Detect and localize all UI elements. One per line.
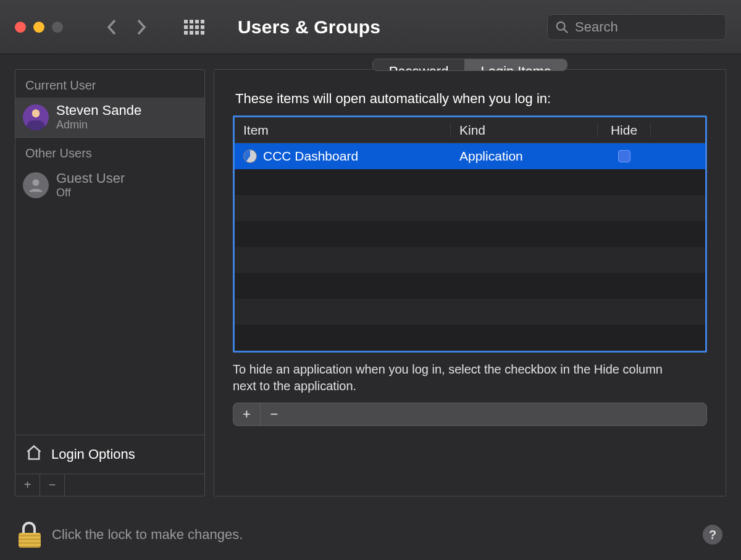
item-name: CCC Dashboard (263, 149, 358, 164)
sidebar-user-guest[interactable]: Guest User Off (15, 165, 204, 205)
table-header: Item Kind Hide (235, 117, 705, 143)
avatar (23, 104, 49, 130)
column-item[interactable]: Item (235, 123, 451, 138)
content: Current User Steven Sande Admin Other Us… (0, 54, 741, 511)
login-items-hint: To hide an application when you log in, … (214, 353, 684, 401)
remove-user-button[interactable]: − (40, 474, 65, 496)
user-sidebar: Current User Steven Sande Admin Other Us… (15, 69, 205, 496)
user-name: Guest User (56, 170, 125, 186)
lock-icon[interactable] (19, 522, 41, 548)
toolbar: Users & Groups Search (0, 0, 741, 54)
column-kind[interactable]: Kind (451, 123, 598, 138)
login-items-subtitle: These items will open automatically when… (214, 82, 726, 115)
search-icon (555, 20, 569, 34)
table-row[interactable] (235, 221, 705, 247)
svg-point-0 (557, 22, 565, 30)
tab-password[interactable]: Password (373, 59, 465, 70)
app-icon (243, 149, 257, 163)
sidebar-add-remove: + − (15, 474, 204, 496)
remove-login-item-button[interactable]: − (261, 403, 288, 425)
add-login-item-button[interactable]: + (233, 403, 261, 425)
other-users-header: Other Users (15, 138, 204, 165)
table-row[interactable] (235, 247, 705, 273)
search-input[interactable]: Search (547, 14, 726, 40)
help-button[interactable]: ? (703, 525, 722, 545)
svg-line-1 (564, 28, 567, 32)
minimize-window-button[interactable] (33, 22, 44, 33)
login-items-add-remove: + − (233, 403, 707, 426)
hide-checkbox[interactable] (618, 150, 630, 162)
table-row[interactable] (235, 169, 705, 195)
column-hide[interactable]: Hide (598, 123, 651, 138)
tab-login-items[interactable]: Login Items (464, 59, 567, 70)
user-role: Admin (56, 119, 141, 132)
table-row[interactable] (235, 273, 705, 299)
login-options-label: Login Options (51, 446, 135, 462)
sidebar-user-current[interactable]: Steven Sande Admin (15, 98, 204, 137)
window-title: Users & Groups (238, 17, 380, 38)
close-window-button[interactable] (15, 22, 26, 33)
item-kind: Application (451, 149, 598, 164)
login-items-table[interactable]: Item Kind Hide CCC Dashboard Application (233, 115, 707, 353)
user-name: Steven Sande (56, 102, 141, 119)
show-all-prefs-icon[interactable] (184, 20, 204, 35)
forward-button[interactable] (132, 18, 151, 36)
table-row[interactable] (235, 325, 705, 351)
search-placeholder: Search (575, 19, 618, 35)
user-status: Off (56, 186, 125, 200)
home-icon (25, 444, 43, 465)
table-row[interactable]: CCC Dashboard Application (235, 143, 705, 169)
svg-point-2 (33, 179, 40, 186)
main-panel: Password Login Items These items will op… (214, 69, 726, 496)
table-row[interactable] (235, 195, 705, 221)
lock-text: Click the lock to make changes. (52, 527, 243, 543)
nav-arrows (103, 18, 151, 36)
add-user-button[interactable]: + (15, 474, 40, 496)
lock-row: Click the lock to make changes. ? (19, 522, 722, 548)
zoom-window-button[interactable] (52, 22, 63, 33)
tab-segmented-control: Password Login Items (372, 59, 567, 71)
back-button[interactable] (103, 18, 121, 36)
window-controls (15, 22, 63, 33)
table-body: CCC Dashboard Application (235, 143, 705, 351)
table-row[interactable] (235, 299, 705, 325)
current-user-header: Current User (15, 70, 204, 98)
login-options-button[interactable]: Login Options (15, 435, 204, 474)
avatar (23, 172, 49, 198)
